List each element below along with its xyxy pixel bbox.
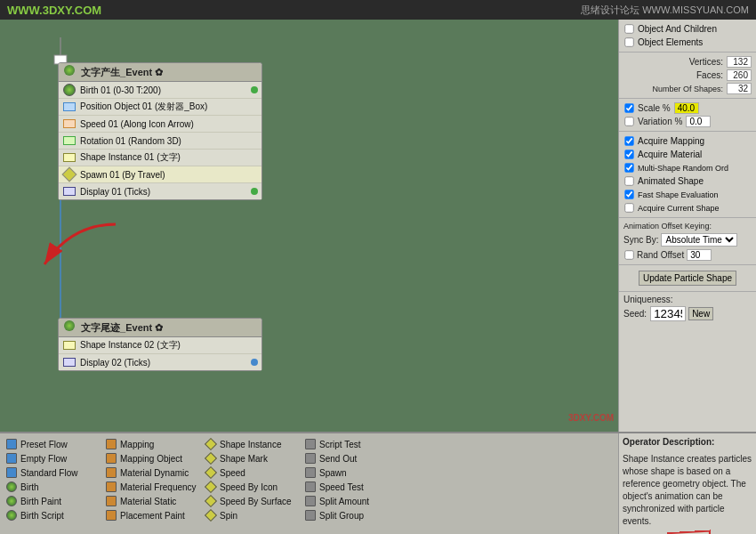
toolbar-item-speed-by-icon[interactable]: Speed By Icon [203,480,301,494]
standard-flow-icon [5,466,18,479]
speed-label: Speed [220,468,245,478]
node-row-label: Birth 01 (0-30 T:200) [80,85,161,95]
sync-select[interactable]: Absolute Time [661,233,737,247]
cb-multishape-input[interactable] [624,163,633,172]
toolbar-item-material-dynamic[interactable]: Material Dynamic [103,465,201,480]
node-row[interactable]: Position Object 01 (发射器_Box) [59,99,261,116]
toolbar-item-birth-paint[interactable]: Birth Paint [4,494,101,508]
cb-current-shape-input[interactable] [624,203,633,212]
toolbar-item-preset-flow[interactable]: Preset Flow [4,437,101,451]
variation-pct-label: Variation % [638,117,682,126]
toolbar-item-birth-script[interactable]: Birth Script [4,508,101,522]
cb-fast-shape-input[interactable] [624,190,633,198]
speed-by-surface-label: Speed By Surface [220,497,292,506]
node-row-label: Display 02 (Ticks) [80,358,150,368]
node-row[interactable]: Rotation 01 (Random 3D) [59,133,261,150]
seed-input[interactable] [650,306,686,321]
toolbar-item-shape-instance[interactable]: Shape Instance [203,437,301,451]
toolbar-item-standard-flow[interactable]: Standard Flow [4,465,101,480]
bottom-toolbar: Preset Flow Empty Flow Standard Flow Bir… [0,432,756,534]
shape2-row-icon [62,338,76,352]
checkbox-object-elements-label: Object Elements [638,37,703,47]
toolbar-item-birth[interactable]: Birth [4,480,101,494]
node-row[interactable]: Birth 01 (0-30 T:200) [59,82,261,99]
toolbar-item-material-static[interactable]: Material Static [103,494,201,508]
shape-row-icon [62,150,76,165]
material-dynamic-label: Material Dynamic [120,468,189,478]
scale-pct-checkbox[interactable] [624,103,633,112]
cb-current-shape[interactable]: Acquire Current Shape [623,201,752,214]
toolbar-item-mapping-object[interactable]: Mapping Object [103,451,201,465]
node-row[interactable]: Shape Instance 02 (文字) [59,337,261,354]
node-row[interactable]: Display 02 (Ticks) [59,354,261,370]
logo-left: WWW.3DXY.COM [7,4,101,17]
node-row[interactable]: Spawn 01 (By Travel) [59,166,261,183]
sync-row: Sync By: Absolute Time [623,231,752,248]
toolbar-item-split-group[interactable]: Split Group [302,508,400,522]
node-row-label: Position Object 01 (发射器_Box) [80,101,207,113]
node-row-label: Shape Instance 02 (文字) [80,339,181,352]
node-row-label: Spawn 01 (By Travel) [80,170,165,180]
material-frequency-label: Material Frequency [120,482,197,492]
cb-fast-shape[interactable]: Fast Shape Evaluation [623,188,752,201]
shape-mark-icon [205,452,217,465]
birth-row-icon [62,83,76,97]
toolbar-item-speed-by-surface[interactable]: Speed By Surface [203,494,301,508]
node-header-icon [64,65,75,76]
uniqueness-label: Uniqueness: [623,295,752,304]
toolbar-item-spin[interactable]: Spin [203,508,301,522]
display2-dot [251,359,258,366]
cb-acquire-material-label: Acquire Material [638,150,702,159]
cb-animated-shape[interactable]: Animated Shape [623,174,752,188]
cb-multishape[interactable]: Multi-Shape Random Ord [623,161,752,174]
split-amount-icon [304,495,317,507]
sync-label: Sync By: [623,235,658,245]
variation-pct-checkbox[interactable] [624,117,633,125]
toolbar-item-placement-paint[interactable]: Placement Paint [103,508,201,522]
toolbar-item-material-frequency[interactable]: Material Frequency [103,480,201,494]
bottom-desc-body: Shape Instance creates particles whose s… [623,453,752,528]
toolbar-item-speed-test[interactable]: Speed Test [302,480,400,494]
node-row[interactable]: Shape Instance 01 (文字) [59,150,261,166]
toolbar-item-empty-flow[interactable]: Empty Flow [4,451,101,465]
checkbox-object-elements[interactable]: Object Elements [623,36,752,49]
cb-acquire-mapping[interactable]: Acquire Mapping [623,134,752,148]
update-particle-btn[interactable]: Update Particle Shape [639,271,736,286]
node-row[interactable]: Display 01 (Ticks) [59,183,261,199]
toolbar-item-spawn[interactable]: Spawn [302,465,400,480]
main-content: 文字产生_Event ✿ Birth 01 (0-30 T:200) Posit… [0,20,756,432]
rand-offset-input[interactable] [687,249,712,261]
scale-pct-label: Scale % [638,103,671,113]
checkbox-object-children-input[interactable] [624,24,633,33]
spin-label: Spin [220,511,237,521]
stat-shapes: Number Of Shapes: 32 [623,82,752,95]
spawn-row-icon [62,167,76,182]
rand-offset-checkbox[interactable] [624,250,633,259]
speed-by-icon-label: Speed By Icon [220,482,277,492]
cb-animated-shape-input[interactable] [624,176,633,185]
red-arrow [27,215,133,287]
checkbox-object-children-label: Object And Children [638,24,717,34]
cb-acquire-material[interactable]: Acquire Material [623,148,752,161]
seed-new-btn[interactable]: New [688,307,713,320]
mapping-object-icon [105,452,117,465]
birth-icon [5,481,18,493]
display-dot [251,188,258,195]
spawn-label: Spawn [319,468,347,478]
speed-test-icon [304,481,317,493]
toolbar-col-3: Shape Instance Shape Mark Speed Speed By… [203,437,301,530]
node-row[interactable]: Speed 01 (Along Icon Arrow) [59,116,261,133]
cb-acquire-mapping-input[interactable] [624,136,633,145]
cb-current-shape-label: Acquire Current Shape [638,204,720,213]
checkbox-object-children[interactable]: Object And Children [623,22,752,36]
toolbar-item-mapping[interactable]: Mapping [103,437,201,451]
toolbar-item-split-amount[interactable]: Split Amount [302,494,400,508]
toolbar-item-send-out[interactable]: Send Out [302,451,400,465]
node-top-title: 文字产生_Event ✿ [81,67,163,77]
checkbox-object-elements-input[interactable] [624,37,633,46]
toolbar-item-script-test[interactable]: Script Test [302,437,400,451]
toolbar-item-shape-mark[interactable]: Shape Mark [203,451,301,465]
node-bottom: 文字尾迹_Event ✿ Shape Instance 02 (文字) Disp… [58,318,262,371]
toolbar-item-speed[interactable]: Speed [203,465,301,480]
cb-acquire-material-input[interactable] [624,150,633,158]
